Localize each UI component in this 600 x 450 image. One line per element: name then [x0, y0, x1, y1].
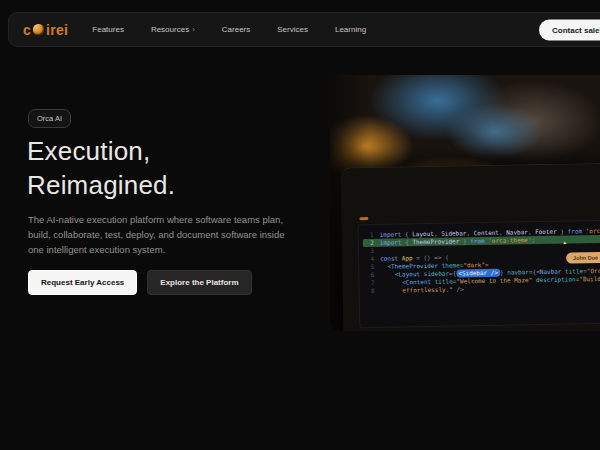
line-number: 8 — [366, 287, 375, 295]
title-line-1: Execution, — [27, 136, 150, 166]
nav-item-learning[interactable]: Learning — [335, 25, 366, 34]
request-early-access-button[interactable]: Request Early Access — [28, 270, 137, 295]
line-number: 4 — [365, 255, 374, 263]
hero-description: The AI-native execution platform where s… — [28, 212, 298, 257]
logo-text-suffix: irei — [46, 22, 68, 38]
orca-ai-badge: Orca AI — [28, 109, 71, 128]
nav-item-resources[interactable]: Resources› — [151, 25, 195, 34]
nav-item-services[interactable]: Services — [277, 25, 308, 34]
nav-items: FeaturesResources›CareersServicesLearnin… — [92, 25, 366, 34]
logo-icon — [33, 24, 44, 35]
line-number: 2 — [365, 239, 374, 247]
logo-text-prefix: c — [23, 22, 31, 38]
nav-item-features[interactable]: Features — [92, 25, 124, 34]
line-number: 6 — [365, 271, 374, 279]
laptop-mockup: 1import { Layout, Sidebar, Content, Navb… — [341, 163, 600, 331]
explore-platform-button[interactable]: Explore the Platform — [147, 270, 251, 295]
code-editor-mockup: 1import { Layout, Sidebar, Content, Navb… — [357, 220, 600, 329]
nav-item-careers[interactable]: Careers — [222, 25, 250, 34]
editor-accent-mark — [359, 217, 368, 220]
page-title: Execution, Reimagined. — [27, 134, 175, 202]
code-lines: 1import { Layout, Sidebar, Content, Navb… — [363, 227, 600, 295]
line-number: 1 — [365, 231, 374, 239]
cta-row: Request Early Access Explore the Platfor… — [28, 270, 252, 295]
collab-cursor: ➤ John Doe — [566, 245, 600, 262]
line-number: 7 — [365, 279, 374, 287]
line-number: 3 — [365, 247, 374, 255]
title-line-2: Reimagined. — [27, 170, 175, 200]
logo[interactable]: c irei — [23, 22, 68, 38]
hero-image: 1import { Layout, Sidebar, Content, Navb… — [330, 75, 600, 331]
line-number: 5 — [365, 263, 374, 271]
contact-sales-button[interactable]: Contact sales — [539, 19, 600, 40]
navbar: c irei FeaturesResources›CareersServices… — [8, 12, 600, 47]
chevron-right-icon: › — [192, 25, 195, 34]
